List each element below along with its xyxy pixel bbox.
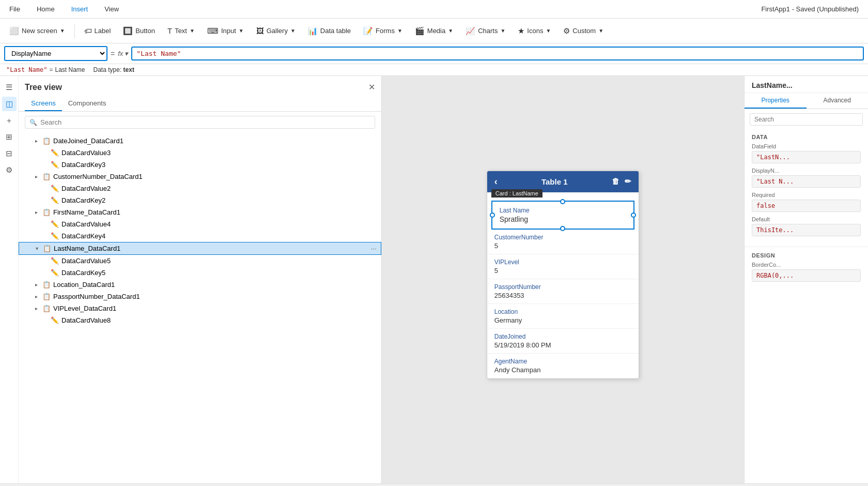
property-selector[interactable]: DisplayName	[4, 46, 107, 61]
canvas-field-viplevel: VIPLevel 5	[487, 254, 639, 279]
tree-item-viplevel[interactable]: ▸ 📋 VIPLevel_DataCard1	[19, 302, 381, 314]
canvas-area[interactable]: ‹ Table 1 🗑 ✏ Card : LastName Last Name …	[382, 76, 745, 483]
tree-item-label: Location_DataCard1	[53, 281, 377, 288]
tree-item-customernumber[interactable]: ▸ 📋 CustomerNumber_DataCard1	[19, 171, 381, 183]
layers-icon[interactable]: ◫	[2, 97, 17, 111]
charts-button[interactable]: 📈 Charts ▼	[460, 23, 510, 39]
tree-item-datacardkey2[interactable]: ✏️ DataCardKey2	[19, 194, 381, 206]
tree-item-datacardvalue2[interactable]: ✏️ DataCardValue2	[19, 183, 381, 194]
settings-icon[interactable]: ⚙	[2, 163, 17, 177]
button-button[interactable]: 🔲 Button	[118, 23, 160, 39]
plus-icon[interactable]: ＋	[2, 113, 17, 128]
tree-item-icon: ✏️	[51, 149, 59, 157]
field-value: 5/19/2019 8:00 PM	[494, 341, 631, 349]
text-icon: T	[167, 26, 172, 35]
tree-item-icon: ✏️	[51, 269, 59, 277]
resize-handle-right[interactable]	[631, 212, 636, 218]
tree-item-lastname[interactable]: ▾ 📋 LastName_DataCard1 ···	[19, 242, 381, 255]
field-value: 5	[494, 267, 631, 275]
menu-view[interactable]: View	[101, 3, 122, 15]
gallery-button[interactable]: 🖼 Gallery ▼	[251, 23, 301, 38]
right-panel-title: LastName...	[745, 76, 868, 93]
new-screen-icon: ⬜	[9, 26, 19, 36]
right-panel-search-input[interactable]	[750, 113, 863, 126]
right-field-label: Required	[752, 192, 861, 198]
menu-insert[interactable]: Insert	[68, 3, 91, 15]
tree-item-datacardvalue4[interactable]: ✏️ DataCardValue4	[19, 218, 381, 230]
variables-icon[interactable]: ⊟	[2, 146, 17, 161]
right-field-label: DataField	[752, 143, 861, 149]
tree-toggle[interactable]: ▸	[35, 294, 42, 299]
forms-button[interactable]: 📝 Forms ▼	[358, 23, 408, 39]
tree-toggle[interactable]: ▸	[35, 209, 42, 215]
tree-toggle[interactable]: ▸	[35, 282, 42, 287]
charts-dropdown-arrow: ▼	[500, 28, 505, 34]
toolbar: ⬜ New screen ▼ 🏷 Label 🔲 Button T Text ▼…	[0, 19, 868, 43]
tree-item-firstname[interactable]: ▸ 📋 FirstName_DataCard1	[19, 206, 381, 218]
resize-handle-left[interactable]	[490, 212, 495, 218]
tree-item-datacardkey5[interactable]: ✏️ DataCardKey5	[19, 267, 381, 279]
right-field-label: BorderCo...	[752, 262, 861, 268]
tree-item-label: DataCardKey4	[61, 232, 377, 240]
media-button[interactable]: 🎬 Media ▼	[410, 23, 458, 39]
menu-file[interactable]: File	[6, 3, 23, 15]
tree-tabs: Screens Components	[19, 96, 381, 112]
tree-item-datacardvalue8[interactable]: ✏️ DataCardValue8	[19, 314, 381, 326]
right-panel: LastName... Properties Advanced DATA Dat…	[744, 76, 868, 483]
menu-bar: File Home Insert View FirstApp1 - Saved …	[0, 0, 868, 19]
edit-icon[interactable]: ✏	[625, 177, 631, 186]
right-design-field-borderco...: BorderCo... RGBA(0,...	[752, 262, 861, 282]
tree-tab-components[interactable]: Components	[62, 96, 113, 111]
right-tab-properties[interactable]: Properties	[745, 93, 807, 109]
tree-toggle[interactable]: ▸	[35, 138, 42, 144]
tree-view-panel: Tree view ✕ Screens Components 🔍 ▸ 📋 Dat…	[19, 76, 382, 483]
tree-item-label: DataCardValue2	[61, 185, 377, 192]
tree-tab-screens[interactable]: Screens	[25, 96, 62, 111]
tree-search-input[interactable]	[40, 118, 370, 126]
tree-item-datacardvalue3[interactable]: ✏️ DataCardValue3	[19, 147, 381, 159]
input-button[interactable]: ⌨ Input ▼	[202, 23, 249, 39]
delete-icon[interactable]: 🗑	[612, 177, 619, 186]
tree-item-datejoined[interactable]: ▸ 📋 DateJoined_DataCard1	[19, 135, 381, 147]
data-table-button[interactable]: 📊 Data table	[303, 23, 356, 39]
formula-input[interactable]	[131, 47, 864, 60]
tree-item-datacardkey4[interactable]: ✏️ DataCardKey4	[19, 230, 381, 242]
custom-button[interactable]: ⚙ Custom ▼	[558, 23, 609, 39]
tree-item-datacardkey3[interactable]: ✏️ DataCardKey3	[19, 159, 381, 171]
label-icon: 🏷	[84, 26, 92, 35]
tree-item-icon: 📋	[42, 208, 51, 216]
tree-toggle[interactable]: ▸	[35, 174, 42, 179]
tree-item-location[interactable]: ▸ 📋 Location_DataCard1	[19, 279, 381, 291]
new-screen-button[interactable]: ⬜ New screen ▼	[4, 23, 70, 39]
menu-home[interactable]: Home	[34, 3, 58, 15]
right-field-label: DisplayN...	[752, 168, 861, 174]
tree-item-actions[interactable]: ···	[371, 245, 377, 252]
right-field-displayn...: DisplayN... "Last N...	[752, 168, 861, 188]
right-design-fields: BorderCo... RGBA(0,...	[752, 262, 861, 282]
selected-card[interactable]: Last Name Spratling	[491, 201, 634, 230]
back-icon[interactable]: ‹	[494, 176, 498, 187]
tree-toggle[interactable]: ▾	[36, 246, 43, 251]
text-button[interactable]: T Text ▼	[162, 23, 200, 38]
card-wrapper: Card : LastName Last Name Spratling	[491, 201, 634, 230]
tree-item-icon: ✏️	[51, 185, 59, 192]
resize-handle-top[interactable]	[560, 199, 565, 204]
search-icon: 🔍	[29, 119, 37, 126]
tree-item-passportnumber[interactable]: ▸ 📋 PassportNumber_DataCard1	[19, 291, 381, 302]
icons-button[interactable]: ★ Icons ▼	[513, 23, 556, 39]
input-icon: ⌨	[207, 26, 219, 36]
table-title: Table 1	[541, 177, 568, 186]
menu-toggle-icon[interactable]: ☰	[2, 80, 17, 95]
tree-item-datacardvalue5[interactable]: ✏️ DataCardValue5	[19, 255, 381, 267]
charts-icon: 📈	[466, 26, 475, 36]
resize-handle-bottom[interactable]	[560, 226, 565, 231]
right-field-value: "LastN...	[752, 151, 861, 163]
tree-close-button[interactable]: ✕	[368, 82, 375, 92]
right-tab-advanced[interactable]: Advanced	[807, 93, 869, 109]
tree-toggle[interactable]: ▸	[35, 306, 42, 311]
icons-dropdown-arrow: ▼	[546, 28, 551, 34]
label-button[interactable]: 🏷 Label	[79, 23, 116, 38]
tree-item-icon: ✏️	[51, 257, 59, 265]
bottom-bar: 🖥DetailScreen1›📄DetailForm1›📄LastName_Da…	[0, 483, 868, 486]
database-icon[interactable]: ⊞	[2, 130, 17, 144]
